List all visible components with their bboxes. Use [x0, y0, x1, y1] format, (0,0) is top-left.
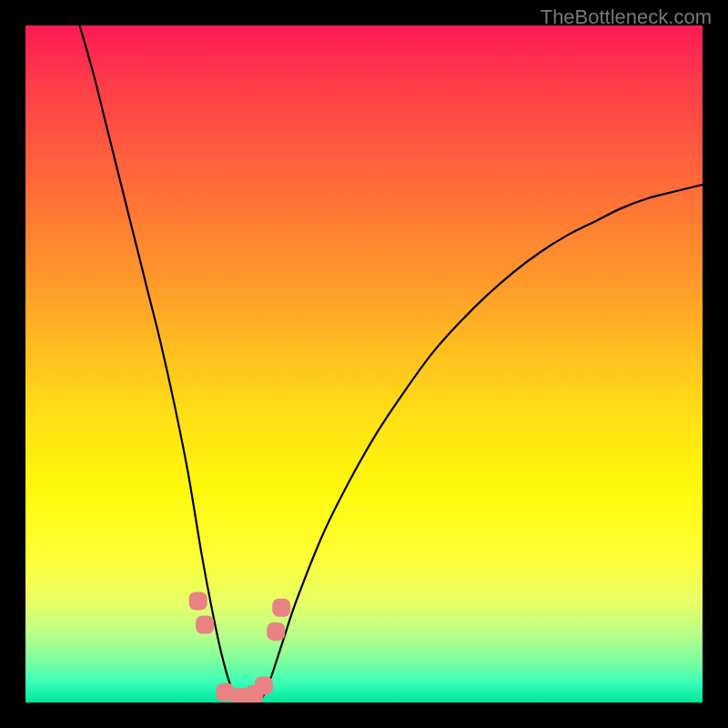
marker-icon — [267, 622, 285, 641]
marker-icon — [196, 615, 214, 633]
marker-icon — [189, 592, 207, 610]
bottleneck-curve — [80, 25, 703, 703]
plot-area — [25, 25, 703, 703]
marker-icon — [272, 599, 290, 617]
marker-icon — [255, 676, 273, 694]
chart-svg — [25, 25, 703, 703]
marker-cluster — [189, 592, 291, 703]
watermark-text: TheBottleneck.com — [541, 5, 712, 29]
marker-icon — [216, 683, 234, 702]
